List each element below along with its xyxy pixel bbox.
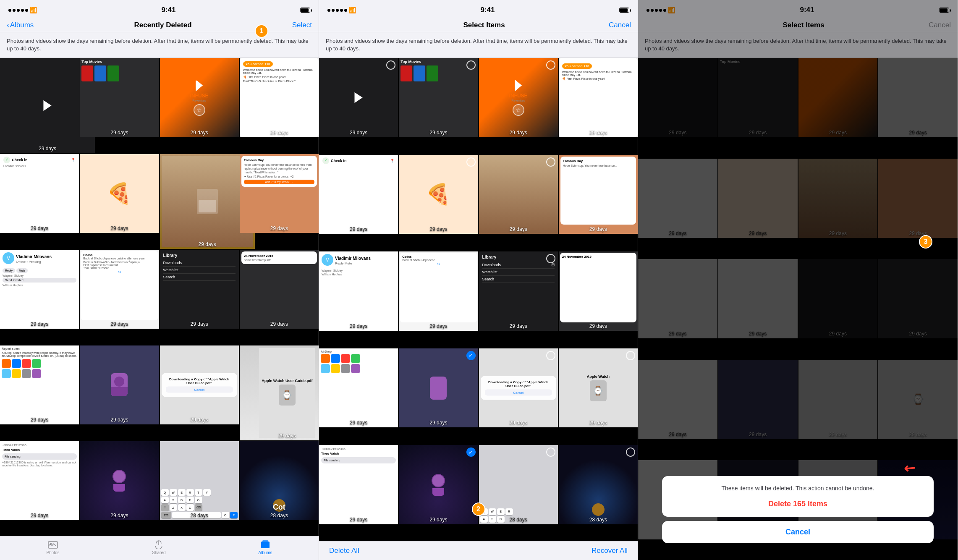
tab-albums-1[interactable]: Albums [258,540,272,555]
status-bar-1: 📶 9:41 [0,0,319,18]
p2-cell-2-1[interactable]: ✓ Check in 📍 29 days [319,155,398,234]
alert-message: These items will be deleted. This action… [670,484,925,493]
check-in-text-2: Check in [331,159,347,163]
days-1-3: 29 days [160,130,239,136]
info-banner-2: Photos and videos show the days remainin… [319,32,638,58]
photo-cell-5-3[interactable]: QWER TY ASDF G ⇧ ZXC ⌫ 123 O P [160,441,239,520]
photo-cell-1-2[interactable]: Top Movies 29 days [80,58,159,137]
p2-cell-1-1[interactable]: 29 days [319,58,398,137]
p2-days-5-2: 29 days [399,517,478,523]
select-circle-7[interactable] [546,157,555,167]
select-circle-15[interactable] [546,351,555,360]
photo-cell-3-1[interactable]: V Vladimir Milovans Offline • Pending Re… [0,250,79,329]
tab-bar-1: Photos Shared Albums [0,536,319,560]
p2-cell-3-1[interactable]: V Vladimir Milovans Reply Mute Waymer Si… [319,251,398,330]
step-badge-3: 3 [919,235,932,249]
alert-cancel-card: Cancel [662,521,934,543]
photo-cell-2-4[interactable]: Famous Ray Hope Schmcup: You never true … [240,154,319,233]
p2-cell-4-2[interactable]: ✓ 29 days [399,348,478,427]
signal-area-2: 📶 [327,7,356,13]
svg-rect-3 [262,540,268,547]
select-circle-18[interactable]: ✓ [466,447,476,457]
p2-cell-5-3[interactable]: QWER ASD 28 days [479,445,558,524]
p2-days-5-3: 28 days [479,517,558,523]
photo-cell-1-3[interactable]: INFUSE Favorites ☆ 29 days [160,58,239,137]
p2-cell-5-4[interactable]: 28 days [559,445,638,524]
photo-cell-4-1[interactable]: Report spam AirDrop: Share instantly wit… [0,345,79,424]
recover-all-button[interactable]: Recover All [592,547,628,555]
p2-days-2-3: 29 days [479,226,558,232]
p2-cell-3-2[interactable]: Coins Back at Shobu Japanese... +2 29 da… [399,251,478,330]
nav-bar-2: Select Items Cancel [319,18,638,32]
p2-cell-5-2[interactable]: ✓ 29 days [399,445,478,524]
p2-days-2-1: 29 days [319,226,398,232]
p2-cell-1-3[interactable]: INFUSE Favorites ☆ 29 days [479,58,558,137]
days-2-4: 29 days [240,225,319,231]
days-5-3: 28 days [160,513,239,518]
select-circle-3[interactable] [546,60,555,70]
albums-icon-1 [260,540,271,549]
back-button-1[interactable]: ‹ Albums [7,21,34,29]
cancel-button-2[interactable]: Cancel [609,21,631,29]
cancel-download[interactable]: Cancel [166,386,233,393]
select-circle-14[interactable]: ✓ [466,351,476,360]
p2-cell-3-4[interactable]: 24 November 2015 29 days [559,251,638,330]
photo-grid-1: 29 days Top Movies 29 days INFUSE Favori… [0,58,319,536]
photo-cell-5-4[interactable]: Cot 28 days [240,441,319,520]
delete-items-button[interactable]: Delete 165 Items [670,500,925,508]
p2-days-3-1: 29 days [319,323,398,329]
photo-cell-4-4[interactable]: Apple Watch User Guide.pdf ⌚ 29 days [240,345,319,440]
select-circle-2[interactable] [466,60,476,70]
select-button-1[interactable]: Select [292,21,312,29]
p2-cell-4-4[interactable]: Apple Watch ⌚ 29 days [559,348,638,427]
photo-cell-5-1[interactable]: +380421512385 Theo Valch File sending +3… [0,441,79,520]
photo-cell-2-1[interactable]: ✓ Check in 📍 Location services 29 days [0,154,79,233]
p2-cell-1-4[interactable]: You earned +10 Welcome back! You haven't… [559,58,638,137]
p2-cell-1-2[interactable]: Top Movies 29 days [399,58,478,137]
select-circle-11[interactable] [546,254,555,263]
p2-cell-2-3[interactable]: 29 days [479,155,558,234]
signal-area: 📶 [8,7,37,13]
p2-days-2-2: 29 days [399,226,478,232]
photo-cell-4-3[interactable]: Downloading a Copy of "Apple Watch User … [160,345,239,424]
library-watchlist: Watchlist [163,267,236,274]
photo-cell-1-4[interactable]: You earned +10 Welcome back! You haven't… [240,58,319,137]
wifi-icon: 📶 [30,7,37,13]
photo-cell-2-2[interactable]: 🍕 29 days [80,154,159,233]
photo-cell-3-4[interactable]: 24 November 2015 Some timestamp info 29 … [240,250,319,329]
p2-days-4-2: 29 days [399,420,478,426]
photo-cell-5-2[interactable]: 29 days [80,441,159,520]
photo-cell-3-3[interactable]: Library Downloads Watchlist Search 29 da… [160,250,239,329]
p2-cell-4-1[interactable]: AirDrop 29 days [319,348,398,427]
battery-area-2 [619,8,629,13]
tab-shared-1[interactable]: Shared [152,540,165,555]
step-badge-1: 1 [255,24,268,38]
back-label-1[interactable]: Albums [10,21,34,29]
p2-cell-2-2[interactable]: 🍕 29 days [399,155,478,234]
tab-shared-label-1: Shared [152,550,165,555]
tab-photos-label-1: Photos [46,550,59,555]
p2-apple-watch-label: Apple Watch [587,374,610,379]
photos-icon-1 [47,540,58,549]
p2-cell-3-3[interactable]: Library Downloads⊞ Watchlist Search 29 d… [479,251,558,330]
info-banner-1: Photos and videos show the days remainin… [0,32,319,58]
days-4-2: 29 days [80,417,159,423]
shared-icon-1 [153,540,164,549]
arrow-to-delete: ↙ [900,458,919,478]
alert-cancel-button[interactable]: Cancel [669,528,927,536]
days-5-4: 28 days [240,513,319,518]
photo-cell-3-2[interactable]: Coins Back at Shobu Japanese cuisine aft… [80,250,159,329]
select-circle-6[interactable] [466,157,476,167]
p2-days-4-3: 29 days [479,420,558,426]
days-3-4: 29 days [240,321,319,327]
p2-days-1-2: 29 days [399,130,478,136]
status-bar-2: 📶 9:41 [319,0,638,18]
photo-cell-4-2[interactable]: 29 days [80,345,159,424]
delete-all-button[interactable]: Delete All [329,547,359,555]
select-circle-16[interactable] [626,351,635,360]
tab-photos-1[interactable]: Photos [46,540,59,555]
p2-days-4-4: 29 days [559,420,638,426]
p2-cell-5-1[interactable]: +380421512385 Theo Valch File sending 29… [319,445,398,524]
p2-cell-4-3[interactable]: Downloading a Copy of "Apple Watch User … [479,348,558,427]
p2-cell-2-4[interactable]: Famous Ray Hope Schmcup: You never true … [559,155,638,234]
